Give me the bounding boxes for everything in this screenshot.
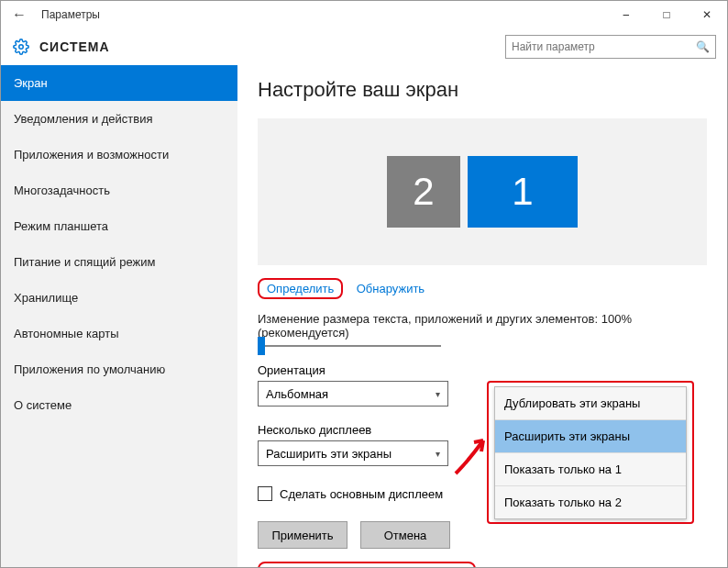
- multidisplay-dropdown[interactable]: Дублировать эти экраны Расширить эти экр…: [494, 386, 687, 519]
- search-input[interactable]: [512, 40, 696, 53]
- scale-label: Изменение размера текста, приложений и д…: [258, 312, 707, 340]
- monitor-1[interactable]: 1: [468, 156, 578, 228]
- sidebar-item-apps[interactable]: Приложения и возможности: [1, 137, 237, 173]
- page-title: Настройте ваш экран: [258, 78, 707, 102]
- svg-point-0: [19, 45, 24, 50]
- sidebar-item-multitasking[interactable]: Многозадачность: [1, 173, 237, 208]
- header: СИСТЕМА 🔍: [1, 28, 727, 65]
- window-title: Параметры: [41, 8, 100, 21]
- sidebar-item-power[interactable]: Питание и спящий режим: [1, 244, 237, 280]
- slider-thumb[interactable]: [258, 337, 265, 355]
- sidebar-item-tablet[interactable]: Режим планшета: [1, 208, 237, 244]
- dropdown-option-extend[interactable]: Расширить эти экраны: [495, 420, 686, 453]
- search-icon: 🔍: [696, 40, 710, 53]
- sidebar-item-storage[interactable]: Хранилище: [1, 280, 237, 316]
- cancel-button[interactable]: Отмена: [360, 521, 450, 549]
- apply-button[interactable]: Применить: [258, 521, 347, 549]
- primary-checkbox[interactable]: [258, 486, 272, 501]
- primary-checkbox-label: Сделать основным дисплеем: [280, 487, 443, 501]
- section-title: СИСТЕМА: [39, 39, 110, 54]
- sidebar-item-maps[interactable]: Автономные карты: [1, 316, 237, 351]
- dropdown-option-duplicate[interactable]: Дублировать эти экраны: [495, 387, 686, 420]
- search-box[interactable]: 🔍: [505, 35, 716, 59]
- orientation-value: Альбомная: [266, 387, 328, 401]
- multidisplay-value: Расширить эти экраны: [266, 447, 392, 461]
- orientation-label: Ориентация: [258, 363, 707, 377]
- orientation-select[interactable]: Альбомная ▾: [258, 381, 448, 407]
- identify-highlight: Определить: [258, 278, 343, 299]
- maximize-button[interactable]: □: [646, 1, 687, 28]
- chevron-down-icon: ▾: [436, 389, 440, 399]
- dropdown-option-only2[interactable]: Показать только на 2: [495, 486, 686, 518]
- back-button[interactable]: ←: [8, 4, 30, 26]
- multidisplay-select[interactable]: Расширить эти экраны ▾: [258, 440, 448, 466]
- sidebar-item-notifications[interactable]: Уведомления и действия: [1, 101, 237, 137]
- sidebar-item-about[interactable]: О системе: [1, 387, 237, 423]
- close-button[interactable]: ✕: [687, 1, 727, 28]
- detect-link[interactable]: Обнаружить: [357, 282, 425, 295]
- minimize-button[interactable]: ‒: [606, 1, 646, 28]
- sidebar-item-default-apps[interactable]: Приложения по умолчанию: [1, 351, 237, 387]
- identify-link[interactable]: Определить: [267, 282, 334, 295]
- gear-icon: [12, 38, 30, 56]
- sidebar: Экран Уведомления и действия Приложения …: [1, 65, 237, 568]
- scale-slider[interactable]: [258, 345, 707, 347]
- monitor-2[interactable]: 2: [387, 156, 460, 228]
- display-preview[interactable]: 2 1: [258, 118, 707, 265]
- dropdown-option-only1[interactable]: Показать только на 1: [495, 453, 686, 486]
- window-controls: ‒ □ ✕: [606, 1, 727, 28]
- sidebar-item-screen[interactable]: Экран: [1, 65, 237, 101]
- chevron-down-icon: ▾: [436, 449, 440, 459]
- titlebar: ← Параметры ‒ □ ✕: [1, 1, 727, 28]
- advanced-link-highlight: Дополнительные параметры экрана: [258, 562, 476, 568]
